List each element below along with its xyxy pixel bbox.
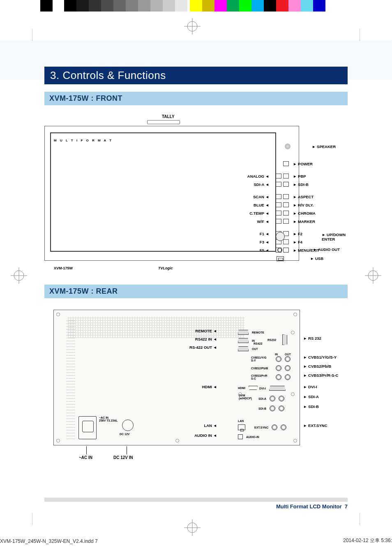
bnc-icon xyxy=(270,396,275,401)
bnc-icon xyxy=(276,365,281,371)
front-diagram: TALLY M U L T I F O R M A T XVM-175W TVL… xyxy=(44,114,348,267)
callout-ac-in: ~AC IN xyxy=(79,455,92,460)
dc-inlet-label: DC 12V xyxy=(120,433,130,436)
callout-dc-in: DC 12V IN xyxy=(113,455,133,460)
bnc-icon xyxy=(281,424,286,430)
bnc-icon xyxy=(276,374,281,380)
callout-marker: MARKER xyxy=(298,219,315,224)
monitor-screen xyxy=(50,132,276,252)
callout-hdmi: HDMI ◄ xyxy=(184,385,217,389)
bnc-icon xyxy=(279,406,284,411)
callout-rs422-in: RS422 IN ◄ xyxy=(184,337,217,341)
callout-dvi: ► DVI-I xyxy=(303,385,348,389)
callout-cvbs2: ► CVBS2/Pb/B xyxy=(303,364,348,369)
usb-port-icon xyxy=(277,256,284,261)
callout-f2: F2 xyxy=(298,232,302,236)
registration-mark-icon xyxy=(365,267,381,284)
indesign-slug: XVM-175W_245W-N_325W-EN_V2.4.indd 7 xyxy=(0,538,98,544)
tally-label: TALLY xyxy=(162,114,175,119)
callout-cvbs3: ► CVBS3/Pr/R-S-C xyxy=(303,373,348,378)
dsub-rs422in-icon xyxy=(238,338,249,343)
rj45-icon xyxy=(238,424,245,430)
callout-remote: REMOTE ◄ xyxy=(184,329,217,333)
page-number: 7 xyxy=(345,503,348,510)
callout-power: POWER xyxy=(298,162,313,166)
content: 3. Controls & Functions XVM-175W : FRONT… xyxy=(44,67,348,450)
bnc-icon xyxy=(285,365,291,371)
bnc-icon xyxy=(276,356,281,362)
dvi-icon xyxy=(269,386,286,391)
printer-color-bar xyxy=(0,0,392,12)
hdmi-icon xyxy=(249,386,258,390)
callout-speaker: ► SPEAKER xyxy=(312,144,336,149)
audio-in-icon xyxy=(238,434,243,439)
callout-lan: LAN ◄ xyxy=(184,423,217,428)
vent-grill-icon xyxy=(68,317,244,338)
page-footer: Multi Format LCD Monitor 7 xyxy=(44,498,348,510)
side-vent-icon xyxy=(66,320,75,439)
registration-mark-icon xyxy=(184,519,201,536)
footer-title: Multi Format LCD Monitor xyxy=(276,503,342,510)
callout-rs422-out: RS-422 OUT ◄ xyxy=(184,345,217,350)
audio-out-jack-icon xyxy=(277,248,282,253)
callout-chroma: CHROMA xyxy=(298,211,316,216)
rear-panel: ~AC IN 250V T3.15AL DC 12V REMOTE IN RS4… xyxy=(53,310,300,445)
bnc-icon xyxy=(272,424,277,430)
callout-sdi-b: SDI-B xyxy=(298,182,309,187)
section-title: 3. Controls & Functions xyxy=(44,67,348,84)
subhead-rear: XVM-175W : REAR xyxy=(44,285,348,298)
ac-inlet-label: ~AC IN 250V T3.15AL xyxy=(99,416,118,422)
callout-audio-out: ► AUDIO OUT xyxy=(313,247,340,252)
registration-mark-icon xyxy=(184,18,201,35)
callout-rear-sdi-a: ► SDI-A xyxy=(303,394,348,399)
registration-mark-icon xyxy=(11,267,27,284)
callout-aspect: ASPECT xyxy=(298,195,314,199)
dc-inlet-icon xyxy=(122,420,134,431)
model-label: XVM-175W xyxy=(54,266,73,270)
updown-knob-icon xyxy=(276,232,285,241)
ac-inlet-icon xyxy=(78,416,97,439)
callout-audio-in: AUDIO IN ◄ xyxy=(184,433,217,438)
callout-hvdly: H/V DLY. xyxy=(298,203,314,207)
callout-rs232: ► RS 232 xyxy=(303,336,348,341)
dsub-remote-icon xyxy=(238,330,249,335)
callout-rear-sdi-b: ► SDI-B xyxy=(303,404,348,409)
bnc-icon xyxy=(279,396,284,401)
callout-usb: ► USB xyxy=(310,256,323,261)
brand-logo: TVLogic xyxy=(158,266,173,270)
subhead-front: XVM-175W : FRONT xyxy=(44,92,348,105)
bnc-icon xyxy=(270,406,275,411)
tally-light-icon xyxy=(147,120,180,124)
callout-f4: F4 xyxy=(298,240,302,244)
page: 3. Controls & Functions XVM-175W : FRONT… xyxy=(0,0,392,554)
speaker-icon xyxy=(285,144,291,149)
timestamp: 2014-02-12 오후 5:36: xyxy=(343,537,392,544)
dsub-rs232-icon xyxy=(282,334,287,345)
callout-updown-enter: ► UP/DOWN ENTER xyxy=(322,232,346,241)
callout-extsync: ► EXT.SYNC xyxy=(303,423,348,428)
bnc-icon xyxy=(285,374,291,380)
callout-cvbs1: ► CVBS1/Y/G/S-Y xyxy=(303,355,348,359)
rear-diagram: ~AC IN 250V T3.15AL DC 12V REMOTE IN RS4… xyxy=(44,306,348,450)
bnc-icon xyxy=(285,356,291,362)
callout-pbp: PBP xyxy=(298,174,306,178)
dsub-rs422out-icon xyxy=(238,346,249,351)
